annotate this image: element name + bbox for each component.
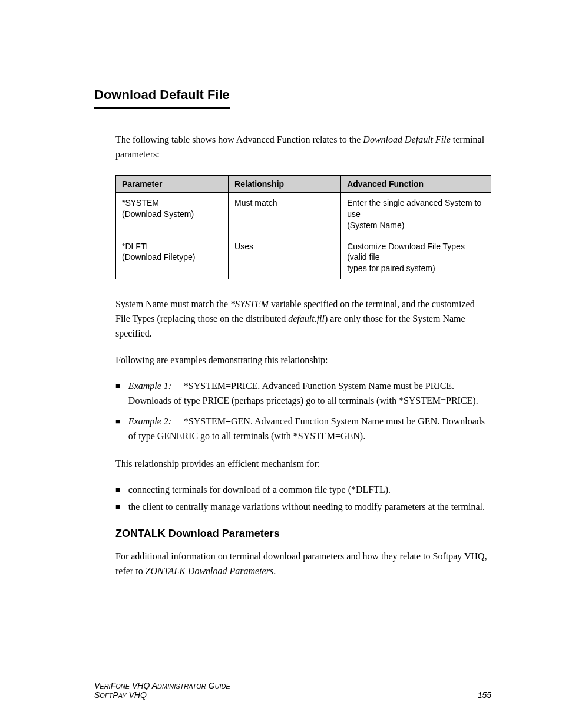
example-text: *SYSTEM=GEN. Advanced Function System Na… [128, 416, 485, 441]
cell-line: (Download System) [122, 209, 194, 219]
callout-title: ZONTALK Download Parameters [115, 528, 491, 540]
efficient-list: ■ connecting terminals for download of a… [115, 483, 491, 515]
cell-parameter: *DLFTL (Download Filetype) [116, 236, 229, 279]
ft-sm: ONE [115, 683, 130, 690]
page: Download Default File The following tabl… [0, 0, 562, 728]
bullet-icon: ■ [115, 483, 120, 498]
section-title: Download Default File [94, 87, 230, 109]
footer-left: VERIFONE VHQ ADMINISTRATOR GUIDE SOFTPAY… [94, 681, 230, 700]
ft-sm: DMINISTRATOR [157, 683, 206, 690]
intro-paragraph: The following table shows how Advanced F… [115, 133, 491, 162]
fb-cap: S [94, 690, 100, 700]
intro-italic: Download Default File [363, 134, 450, 144]
ft-sm: ERI [100, 683, 110, 690]
p1-i2: default.fil [288, 314, 325, 324]
footer-top-line: VERIFONE VHQ ADMINISTRATOR GUIDE [94, 681, 230, 690]
callout-body: For additional information on terminal d… [115, 549, 491, 579]
cell-advanced: Customize Download File Types (valid fil… [341, 236, 491, 279]
example-label: Example 1: [128, 379, 181, 394]
cell-line: *DLFTL [122, 242, 150, 251]
bullet-icon: ■ [115, 379, 120, 394]
bullet-icon: ■ [115, 414, 120, 429]
callout-suffix: . [273, 566, 276, 576]
footer-bottom-line: SOFTPAY VHQ [94, 690, 230, 700]
fb-sm: AY [118, 692, 127, 699]
content-block: The following table shows how Advanced F… [115, 133, 491, 578]
list-text: Example 2: *SYSTEM=GEN. Advanced Functio… [128, 414, 491, 444]
callout-italic: ZONTALK Download Parameters [146, 566, 274, 576]
table-header-row: Parameter Relationship Advanced Function [116, 175, 491, 192]
cell-relationship: Must match [229, 192, 341, 236]
cell-line: (Download Filetype) [122, 252, 196, 262]
example-label: Example 2: [128, 414, 181, 429]
table-row: *DLFTL (Download Filetype) Uses Customiz… [116, 236, 491, 279]
cell-line: Enter the single advanced System to use [347, 198, 481, 219]
fb-cap: P [113, 690, 118, 700]
th-relationship: Relationship [229, 175, 341, 192]
th-advanced-function: Advanced Function [341, 175, 491, 192]
list-item: ■ connecting terminals for download of a… [115, 483, 491, 498]
cell-line: *SYSTEM [122, 198, 159, 207]
list-item: ■ the client to centrally manage variati… [115, 500, 491, 515]
list-item: ■ Example 2: *SYSTEM=GEN. Advanced Funct… [115, 414, 491, 444]
fb-sm: OFT [100, 692, 113, 699]
p1-i1: *SYSTEM [230, 299, 269, 309]
cell-line: types for paired system) [347, 263, 435, 273]
ft-sm: UIDE [215, 683, 230, 690]
efficient-lead: This relationship provides an efficient … [115, 457, 491, 472]
cell-line: (System Name) [347, 220, 404, 230]
th-parameter: Parameter [116, 175, 229, 192]
intro-prefix: The following table shows how Advanced F… [115, 134, 363, 144]
list-text: connecting terminals for download of a c… [128, 483, 491, 498]
ft-cap: G [206, 681, 215, 690]
bullet-icon: ■ [115, 500, 120, 515]
p1-prefix: System Name must match the [115, 299, 230, 309]
parameter-table: Parameter Relationship Advanced Function… [115, 175, 491, 279]
ft-cap: VHQ A [130, 681, 157, 690]
page-number: 155 [478, 690, 491, 700]
list-item: ■ Example 1: *SYSTEM=PRICE. Advanced Fun… [115, 379, 491, 409]
ft-cap: F [111, 681, 116, 690]
cell-relationship: Uses [229, 236, 341, 279]
example-list: ■ Example 1: *SYSTEM=PRICE. Advanced Fun… [115, 379, 491, 443]
ft-cap: V [94, 681, 100, 690]
paragraph-2: Following are examples demonstrating thi… [115, 353, 491, 368]
list-text: Example 1: *SYSTEM=PRICE. Advanced Funct… [128, 379, 491, 409]
paragraph-1: System Name must match the *SYSTEM varia… [115, 297, 491, 341]
list-text: the client to centrally manage variation… [128, 500, 491, 515]
cell-parameter: *SYSTEM (Download System) [116, 192, 229, 236]
table-row: *SYSTEM (Download System) Must match Ent… [116, 192, 491, 236]
cell-advanced: Enter the single advanced System to use … [341, 192, 491, 236]
fb-cap: VHQ [127, 690, 147, 700]
cell-line: Customize Download File Types (valid fil… [347, 242, 465, 262]
page-footer: VERIFONE VHQ ADMINISTRATOR GUIDE SOFTPAY… [0, 681, 562, 700]
